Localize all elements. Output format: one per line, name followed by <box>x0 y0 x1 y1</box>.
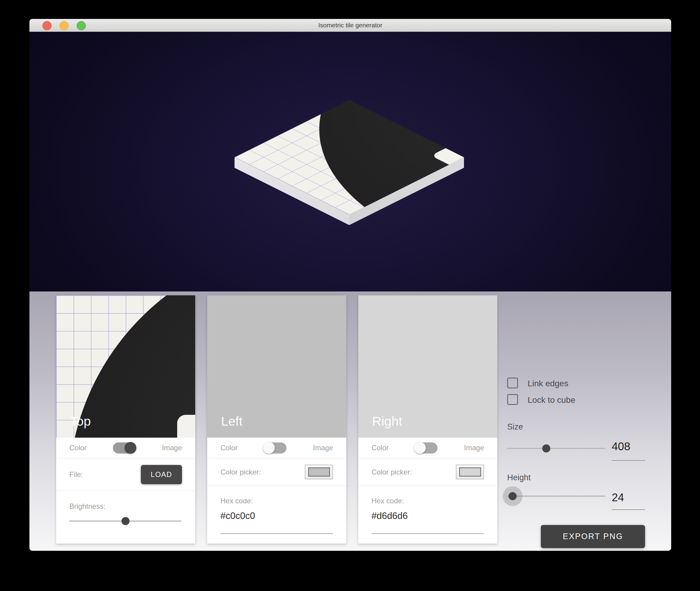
color-picker-label: Color picker: <box>371 468 412 476</box>
input-underline <box>371 533 484 534</box>
input-underline <box>220 533 333 534</box>
color-mode-label: Color <box>220 444 238 452</box>
card-title: Left <box>221 414 243 429</box>
height-slider[interactable] <box>507 496 605 497</box>
card-title: Top <box>70 414 91 429</box>
color-image-toggle[interactable] <box>264 443 287 454</box>
isometric-preview-pane <box>30 32 671 291</box>
color-mode-label: Color <box>69 444 86 452</box>
brightness-slider-knob[interactable] <box>121 517 129 525</box>
brightness-label: Brightness: <box>69 502 105 511</box>
settings-panel: Top Color Image File: LOAD Brightness: <box>30 291 671 551</box>
color-picker-label: Color picker: <box>220 468 261 476</box>
isometric-tile <box>235 100 464 225</box>
texture-black-disc <box>235 100 464 215</box>
card-top-face: Top Color Image File: LOAD Brightness: <box>56 296 195 543</box>
toggle-knob[interactable] <box>414 442 426 454</box>
card-left-face: Left Color Image Color picker: Hex code:… <box>207 296 346 543</box>
lock-to-cube-checkbox[interactable] <box>507 394 518 405</box>
input-underline <box>612 460 645 461</box>
brightness-slider[interactable] <box>69 520 182 522</box>
height-label: Height <box>507 473 531 482</box>
toggle-knob[interactable] <box>125 442 136 454</box>
app-window: Isometric tile generator Top <box>30 19 671 551</box>
height-slider-knob[interactable] <box>509 492 517 500</box>
swatch-color <box>459 467 481 477</box>
color-picker-swatch[interactable] <box>305 465 333 479</box>
right-face-preview: Right <box>358 296 497 438</box>
hex-code-input[interactable]: #c0c0c0 <box>220 511 255 521</box>
size-slider[interactable] <box>507 448 605 449</box>
swatch-color <box>308 467 330 477</box>
card-right-face: Right Color Image Color picker: Hex code… <box>358 296 497 543</box>
color-image-toggle[interactable] <box>113 443 135 454</box>
image-mode-label: Image <box>162 444 182 452</box>
color-picker-swatch[interactable] <box>456 465 484 479</box>
screen: Isometric tile generator Top <box>0 0 700 591</box>
height-value-input[interactable]: 24 <box>612 491 624 504</box>
card-title: Right <box>372 414 402 429</box>
top-face-preview: Top <box>56 296 195 438</box>
link-edges-checkbox[interactable] <box>507 378 518 388</box>
link-edges-label: Link edges <box>528 379 568 388</box>
hex-code-input[interactable]: #d6d6d6 <box>371 511 408 521</box>
size-label: Size <box>507 422 523 432</box>
lock-to-cube-label: Lock to cube <box>528 395 575 405</box>
color-mode-label: Color <box>371 444 389 452</box>
title-bar[interactable]: Isometric tile generator <box>30 19 671 32</box>
tile-top-face <box>235 100 464 215</box>
input-underline <box>612 509 645 510</box>
size-value-input[interactable]: 408 <box>612 440 630 453</box>
file-label: File: <box>69 470 83 479</box>
color-image-toggle[interactable] <box>415 443 438 454</box>
toggle-knob[interactable] <box>263 442 275 454</box>
size-slider-knob[interactable] <box>542 445 550 453</box>
left-face-preview: Left <box>207 296 346 438</box>
hex-code-label: Hex code: <box>371 497 404 505</box>
load-button[interactable]: LOAD <box>141 465 182 484</box>
hex-code-label: Hex code: <box>220 497 253 505</box>
export-png-button[interactable]: EXPORT PNG <box>541 525 645 548</box>
texture-white-notch <box>177 415 195 438</box>
image-mode-label: Image <box>464 444 484 452</box>
image-mode-label: Image <box>313 444 333 452</box>
window-title: Isometric tile generator <box>30 19 671 31</box>
